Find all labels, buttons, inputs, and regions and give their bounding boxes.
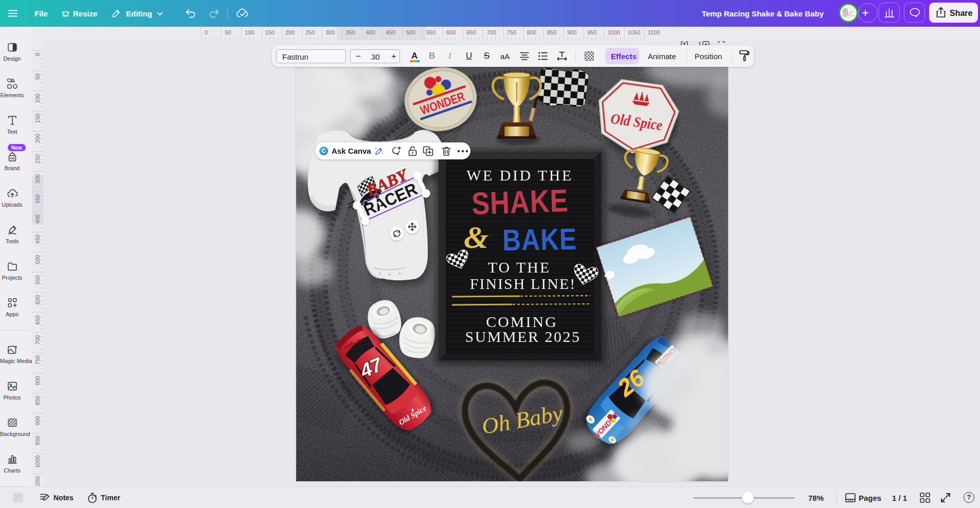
svg-text:FINISH LINE!: FINISH LINE! xyxy=(470,275,576,292)
svg-text:WE DID THE: WE DID THE xyxy=(466,167,573,184)
svg-text:&: & xyxy=(464,220,488,255)
svg-text:SUMMER 2025: SUMMER 2025 xyxy=(465,328,580,345)
svg-text:SHAKE: SHAKE xyxy=(471,183,569,221)
svg-text:TO THE: TO THE xyxy=(488,259,551,276)
svg-text:BAKE: BAKE xyxy=(502,222,577,257)
svg-text:co: co xyxy=(10,156,14,160)
